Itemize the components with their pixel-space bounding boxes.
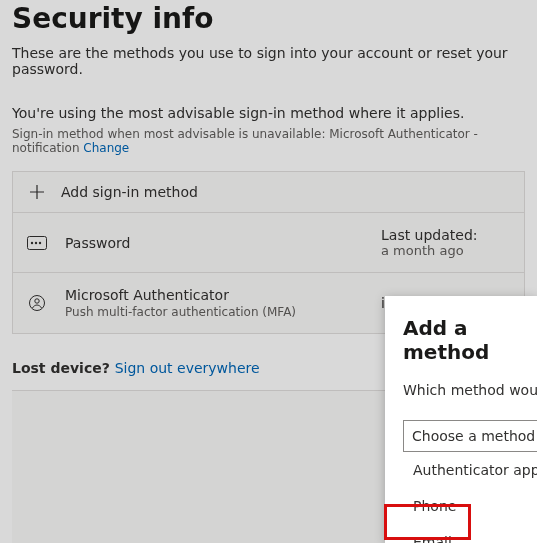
add-method-label: Add sign-in method xyxy=(61,184,198,200)
advisable-subnote: Sign-in method when most advisable is un… xyxy=(12,127,525,155)
authenticator-icon xyxy=(25,294,49,312)
advisable-note: You're using the most advisable sign-in … xyxy=(12,105,525,121)
table-row: Password Last updated: a month ago xyxy=(13,213,524,273)
method-select-placeholder: Choose a method xyxy=(412,428,535,444)
svg-point-1 xyxy=(31,241,33,243)
modal-subtitle: Which method would you like to add? xyxy=(403,382,537,398)
sign-out-everywhere-link[interactable]: Sign out everywhere xyxy=(115,360,260,376)
option-phone[interactable]: Phone xyxy=(403,488,537,524)
option-authenticator-app[interactable]: Authenticator app xyxy=(403,452,537,488)
change-link[interactable]: Change xyxy=(83,141,129,155)
method-options-list: Authenticator app Phone Email xyxy=(403,452,537,543)
method-name: Password xyxy=(65,235,365,251)
method-right-value: a month ago xyxy=(381,243,512,258)
method-right-label: Last updated: xyxy=(381,227,512,243)
method-select[interactable]: Choose a method xyxy=(403,420,537,452)
page-title: Security info xyxy=(12,2,525,35)
add-sign-in-method-button[interactable]: Add sign-in method xyxy=(13,172,524,213)
method-sub: Push multi-factor authentication (MFA) xyxy=(65,305,365,319)
svg-point-2 xyxy=(35,241,37,243)
option-email[interactable]: Email xyxy=(403,524,537,543)
advisable-subnote-text: Sign-in method when most advisable is un… xyxy=(12,127,478,155)
password-icon xyxy=(25,236,49,250)
lost-device-prefix: Lost device? xyxy=(12,360,115,376)
add-method-modal: Add a method Which method would you like… xyxy=(385,296,537,543)
plus-icon xyxy=(25,184,49,200)
svg-point-3 xyxy=(39,241,41,243)
svg-point-5 xyxy=(35,299,39,303)
page-subtitle: These are the methods you use to sign in… xyxy=(12,45,525,77)
modal-title: Add a method xyxy=(403,316,537,364)
method-name: Microsoft Authenticator xyxy=(65,287,365,303)
